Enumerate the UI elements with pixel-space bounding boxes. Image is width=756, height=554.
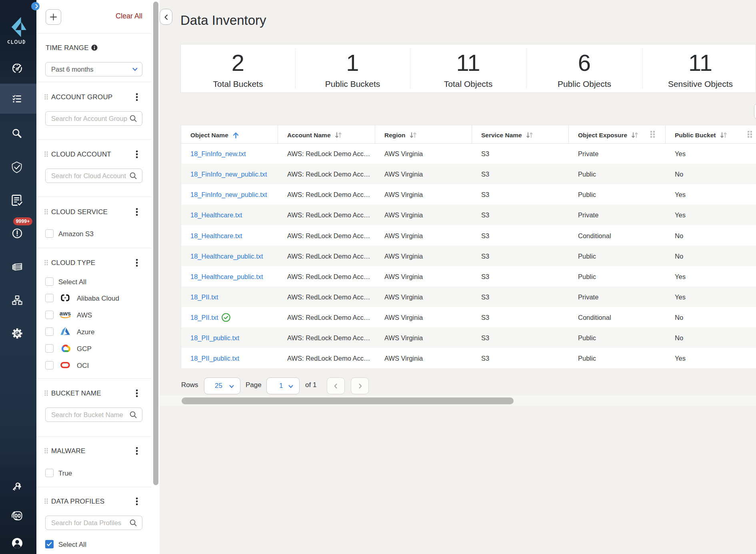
svg-text:aws: aws (60, 310, 71, 317)
